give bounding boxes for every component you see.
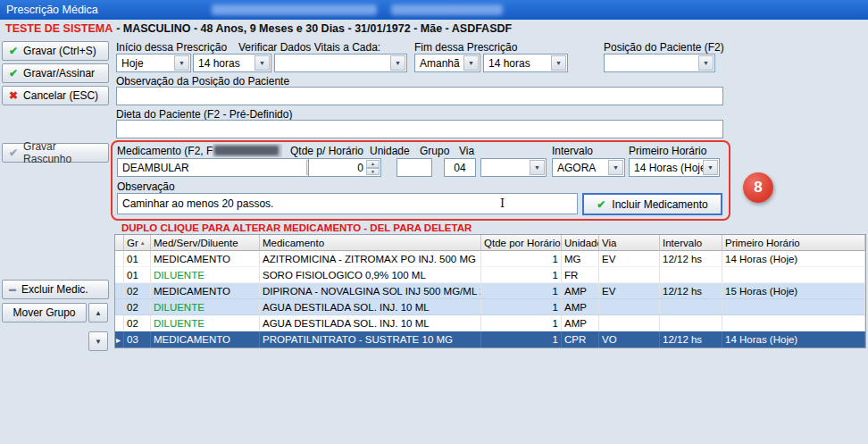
cell-primeiro-horario: 15 Horas (Hoje) (722, 283, 865, 298)
cell-tipo: MEDICAMENTO (151, 251, 260, 266)
chevron-down-icon[interactable]: ▼ (551, 55, 566, 71)
chevron-down-icon[interactable]: ▼ (608, 160, 623, 175)
table-row[interactable]: 02 DILUENTE AGUA DESTILADA SOL. INJ. 10 … (115, 299, 865, 315)
cell-via: EV (599, 251, 660, 266)
column-header-qtde[interactable]: Qtde por Horário (481, 235, 562, 251)
chevron-down-icon[interactable]: ▼ (703, 160, 718, 175)
row-selector-cell: ▸ (115, 331, 124, 348)
cell-unidade: AMP (562, 299, 599, 314)
table-row[interactable]: 02 DILUENTE AGUA DESTILADA SOL. INJ. 10 … (115, 315, 865, 331)
move-up-button[interactable]: ▲ (88, 303, 108, 323)
chevron-down-icon[interactable]: ▼ (698, 55, 714, 71)
cell-intervalo (660, 315, 722, 331)
cell-intervalo (660, 267, 722, 282)
observacao-input[interactable]: Caminhar ao menos 20 passos. (117, 193, 578, 214)
titlebar[interactable]: Prescrição Médica (0, 0, 868, 20)
column-header-label: Intervalo (663, 238, 702, 248)
qtde-label: Qtde p/ Horário (290, 145, 363, 157)
column-header-med-serv-diluente[interactable]: Med/Serv/Diluente (151, 235, 260, 251)
obs-posicao-label: Observação da Posição do Paciente (116, 75, 289, 88)
chevron-down-icon[interactable]: ▼ (530, 160, 545, 175)
via-select[interactable]: ▼ (480, 158, 547, 177)
chevron-down-icon[interactable]: ▼ (390, 55, 405, 71)
cell-intervalo (660, 299, 722, 314)
cancelar-button[interactable]: ✖ Cancelar (ESC) (2, 86, 109, 105)
table-row[interactable]: 01 DILUENTE SORO FISIOLOGICO 0,9% 100 ML… (115, 267, 865, 283)
cell-primeiro-horario: 14 Horas (Hoje) (722, 251, 865, 266)
prescricao-medica-window: Prescrição Médica TESTE DE SISTEMA - MAS… (0, 0, 868, 444)
cell-medicamento: AZITROMICINA - ZITROMAX PO INJ. 500 MG (260, 251, 481, 266)
cell-medicamento: AGUA DESTILADA SOL. INJ. 10 ML (260, 315, 481, 331)
gravar-button[interactable]: ✔ Gravar (Ctrl+S) (2, 41, 109, 61)
cell-unidade: CPR (562, 331, 599, 348)
window-title: Prescrição Médica (6, 4, 98, 16)
table-row[interactable]: 01 MEDICAMENTO AZITROMICINA - ZITROMAX P… (115, 251, 865, 267)
row-pointer-icon: ▸ (116, 335, 121, 345)
gravar-rascunho-button[interactable]: ✔ Gravar Rascunho (2, 143, 109, 163)
inicio-time-select[interactable]: 14 horas ▼ (193, 54, 271, 72)
stepper-up-icon[interactable]: ▲ (366, 160, 380, 168)
column-header-primeiro-horario[interactable]: Primeiro Horário (722, 235, 865, 251)
column-header-intervalo[interactable]: Intervalo (660, 235, 722, 251)
column-header-via[interactable]: Via (599, 235, 660, 251)
column-header-selector (115, 235, 124, 251)
column-header-medicamento[interactable]: Medicamento (260, 235, 481, 251)
table-row[interactable]: 02 MEDICAMENTO DIPIRONA - NOVALGINA SOL … (115, 283, 865, 299)
fim-prescricao-label: Fim dessa Prescrição (414, 41, 517, 54)
column-header-gr[interactable]: Gr ▲ (124, 235, 151, 251)
posicao-paciente-select[interactable]: ▼ (604, 54, 715, 72)
cell-medicamento: PROPATILNITRATO - SUSTRATE 10 MG (260, 331, 481, 348)
redacted-text (212, 4, 377, 15)
cell-tipo: DILUENTE (151, 299, 260, 314)
arrow-down-icon: ▼ (95, 338, 102, 346)
stepper-down-icon[interactable]: ▼ (366, 168, 380, 176)
medication-table[interactable]: Gr ▲ Med/Serv/Diluente Medicamento Qtde … (114, 234, 866, 348)
chevron-down-icon[interactable]: ▼ (174, 55, 189, 71)
dados-vitais-select[interactable]: ▼ (274, 54, 407, 72)
minus-icon: ▬ (9, 286, 16, 293)
column-header-unidade[interactable]: Unidade (562, 235, 599, 251)
dados-vitais-label: Verificar Dados Vitais a Cada: (238, 41, 380, 54)
sort-asc-icon: ▲ (140, 240, 146, 246)
move-down-button[interactable]: ▼ (88, 331, 108, 351)
check-icon: ✔ (597, 199, 605, 210)
incluir-medicamento-button[interactable]: ✔ Incluir Medicamento (582, 193, 722, 215)
cell-gr: 01 (124, 251, 151, 266)
unidade-input[interactable] (396, 158, 432, 177)
redacted-text (391, 4, 503, 15)
obs-posicao-input[interactable] (116, 87, 723, 105)
annotation-badge-number: 8 (754, 179, 762, 197)
intervalo-label: Intervalo (552, 145, 593, 157)
table-row-selected[interactable]: ▸ 03 MEDICAMENTO PROPATILNITRATO - SUSTR… (115, 331, 865, 348)
primeiro-horario-select[interactable]: 14 Horas (Hoje) ▼ (629, 158, 720, 177)
intervalo-select[interactable]: AGORA ▼ (552, 158, 625, 177)
cell-via (599, 299, 660, 314)
check-icon: ✔ (9, 68, 18, 79)
cell-tipo: MEDICAMENTO (151, 331, 260, 348)
gravar-assinar-button[interactable]: ✔ Gravar/Assinar (2, 63, 109, 83)
column-header-label: Med/Serv/Diluente (154, 238, 238, 248)
intervalo-value: AGORA (557, 162, 596, 174)
qtde-stepper[interactable]: 0 ▲ ▼ (308, 158, 381, 177)
inicio-day-select[interactable]: Hoje ▼ (116, 54, 191, 72)
cell-tipo: DILUENTE (151, 267, 260, 282)
grupo-label: Grupo (420, 145, 449, 157)
dieta-input[interactable] (116, 120, 723, 138)
posicao-paciente-label: Posição do Paciente (F2) (604, 41, 724, 54)
cell-intervalo: 12/12 hs (660, 283, 722, 298)
fim-time-select[interactable]: 14 horas ▼ (483, 54, 568, 72)
via-label: Via (459, 145, 474, 157)
mover-grupo-button[interactable]: Mover Grupo (2, 303, 87, 323)
excluir-medic-button-label: Excluir Medic. (21, 283, 88, 296)
excluir-medic-button[interactable]: ▬ Excluir Medic. (2, 280, 109, 299)
medicamento-select[interactable]: DEAMBULAR ▼ (117, 158, 323, 177)
chevron-down-icon[interactable]: ▼ (463, 55, 479, 71)
fim-day-select[interactable]: Amanhã ▼ (414, 54, 480, 72)
cell-via: VO (599, 331, 660, 348)
cell-gr: 03 (124, 331, 151, 348)
primeiro-horario-label: Primeiro Horário (629, 145, 706, 157)
cell-intervalo: 12/12 hs (660, 251, 722, 266)
grupo-input[interactable]: 04 (444, 158, 476, 177)
column-header-label: Unidade (564, 238, 599, 248)
chevron-down-icon[interactable]: ▼ (255, 55, 270, 71)
